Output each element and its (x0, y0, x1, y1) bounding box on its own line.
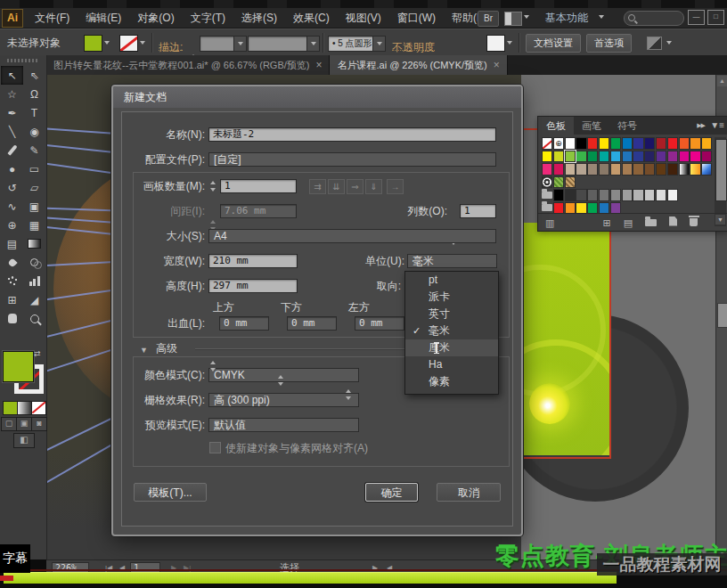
swatch-options-icon[interactable]: ▤ (624, 215, 633, 231)
panel-tab-符号[interactable]: 符号 (609, 117, 645, 135)
shape-builder-tool[interactable]: ⊕ (1, 216, 23, 234)
swatch-libraries-icon[interactable]: ▥ (545, 215, 554, 231)
swatch[interactable] (610, 137, 621, 150)
swatch[interactable] (679, 163, 690, 176)
document-setup-button[interactable]: 文档设置 (526, 34, 581, 53)
stroke-panel-link[interactable]: 描边: (159, 34, 183, 51)
hand-tool[interactable] (1, 309, 23, 328)
menu-item-edit[interactable]: 编辑(E) (78, 8, 129, 28)
bleed-input[interactable]: 0 mm (355, 316, 404, 331)
size-select[interactable]: A4 (208, 229, 496, 243)
fill-color-indicator[interactable] (3, 351, 34, 382)
swatch[interactable] (656, 151, 666, 163)
swatch[interactable] (701, 151, 712, 163)
magic-wand-tool[interactable]: ☆ (1, 85, 23, 103)
panel-tab-色板[interactable]: 色板 (538, 117, 574, 135)
stroke-weight-field[interactable] (200, 36, 235, 52)
scale-tool[interactable]: ▱ (23, 178, 45, 197)
grid-by-row-icon[interactable]: ⇉ (309, 179, 326, 194)
menu-item-object[interactable]: 对象(O) (129, 8, 182, 28)
new-swatch-icon[interactable] (669, 215, 677, 231)
swatch[interactable] (633, 151, 643, 163)
arrange-documents-icon[interactable] (504, 12, 522, 26)
chevron-down-icon[interactable] (666, 41, 672, 45)
swatch[interactable] (656, 189, 666, 201)
chevron-down-icon[interactable] (507, 41, 512, 45)
bleed-stepper[interactable] (276, 373, 286, 388)
bleed-input[interactable]: 0 mm (219, 316, 269, 331)
swatch[interactable] (679, 137, 690, 150)
tab-close-icon[interactable]: × (315, 61, 322, 69)
swatch[interactable] (542, 137, 552, 150)
lasso-tool[interactable]: Ω (23, 85, 45, 103)
swatch[interactable] (553, 151, 564, 163)
chevron-down-icon[interactable] (233, 36, 247, 52)
new-color-group-icon[interactable] (645, 215, 657, 231)
swatch[interactable] (644, 151, 655, 163)
raster-effects-select[interactable]: 高 (300 ppi) (208, 393, 359, 407)
workspace-switcher[interactable]: 基本功能 (545, 8, 588, 28)
swatch[interactable] (701, 137, 712, 150)
cancel-button[interactable]: 取消 (437, 483, 501, 502)
swap-fill-stroke-icon[interactable]: ⇄ (34, 349, 41, 358)
unit-option-厘米[interactable]: 厘米 (405, 339, 498, 356)
unit-option-派卡[interactable]: 派卡 (405, 289, 498, 306)
advanced-disclosure-icon[interactable]: ▼ (140, 343, 154, 357)
swatch[interactable] (565, 163, 576, 176)
swatch-kinds-icon[interactable]: ⊞ (602, 215, 610, 231)
swatch[interactable] (565, 202, 576, 215)
height-input[interactable]: 297 mm (208, 279, 298, 293)
swatch[interactable] (553, 163, 564, 176)
grid-by-column-icon[interactable]: ⇊ (328, 179, 345, 194)
ok-button[interactable]: 确定 (365, 483, 418, 502)
stroke-color-swatch[interactable] (119, 35, 138, 52)
panel-options-icon[interactable] (647, 37, 662, 50)
swatch[interactable] (553, 189, 564, 201)
zoom-tool[interactable] (23, 309, 45, 328)
color-mode-button[interactable] (3, 401, 18, 415)
delete-swatch-icon[interactable] (690, 215, 698, 231)
swatch[interactable] (610, 189, 621, 201)
variable-width-profile-field[interactable] (248, 36, 308, 52)
tab-close-icon[interactable]: × (494, 61, 500, 69)
menu-item-select[interactable]: 选择(S) (233, 8, 285, 28)
pencil-tool[interactable]: ✎ (23, 141, 45, 159)
style-swatch[interactable] (486, 35, 505, 52)
free-transform-tool[interactable]: ▣ (23, 197, 45, 216)
menu-item-effect[interactable]: 效果(C) (285, 8, 338, 28)
swatch[interactable] (576, 189, 586, 201)
chevron-down-icon[interactable] (599, 15, 604, 19)
swatch[interactable] (690, 137, 700, 150)
swatch[interactable] (644, 137, 655, 150)
artboards-input[interactable]: 1 (220, 179, 297, 193)
artboard-tool[interactable]: ⊞ (1, 290, 23, 309)
draw-inside-button[interactable]: ◙ (31, 417, 47, 431)
shape-tool[interactable]: ◉ (23, 122, 45, 141)
swatch[interactable] (633, 163, 643, 176)
swatch[interactable] (599, 202, 609, 215)
panel-tab-画笔[interactable]: 画笔 (574, 117, 609, 135)
change-to-right-to-left-icon[interactable]: → (387, 179, 404, 194)
unit-select[interactable]: 毫米 (407, 254, 497, 268)
swatch[interactable] (622, 137, 633, 150)
swatch[interactable] (542, 163, 552, 176)
swatch[interactable] (701, 163, 712, 176)
swatch[interactable] (565, 137, 576, 150)
swatch[interactable] (542, 189, 552, 201)
swatch[interactable] (576, 202, 586, 215)
swatch[interactable] (576, 151, 586, 163)
column-graph-tool[interactable] (23, 272, 45, 290)
blob-brush-tool[interactable]: ● (1, 159, 23, 178)
swatch[interactable] (587, 202, 598, 215)
bleed-input[interactable]: 0 mm (287, 316, 337, 331)
swatch[interactable] (599, 163, 609, 176)
menu-item-window[interactable]: 窗口(W) (389, 8, 444, 28)
pen-tool[interactable]: ✒ (1, 103, 23, 122)
swatch[interactable] (599, 137, 609, 150)
swatch[interactable] (622, 163, 633, 176)
artboards-stepper[interactable] (208, 179, 218, 193)
swatch[interactable]: ⊕ (553, 137, 564, 150)
unit-option-Ha[interactable]: Ha (405, 356, 498, 373)
swatch[interactable] (542, 202, 552, 215)
profile-select[interactable]: [自定] (208, 152, 496, 167)
